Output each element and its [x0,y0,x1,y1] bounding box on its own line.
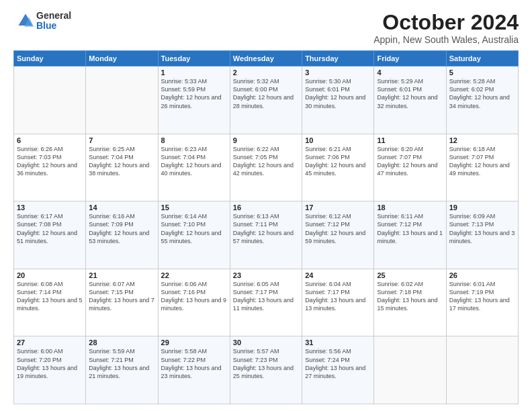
day-number: 17 [305,203,371,212]
day-info: Sunrise: 5:57 AM Sunset: 7:23 PM Dayligh… [233,347,299,380]
day-number: 24 [305,271,371,279]
logo-text: General Blue [36,11,71,32]
day-info: Sunrise: 5:28 AM Sunset: 6:02 PM Dayligh… [449,77,515,110]
calendar-cell: 15Sunrise: 6:14 AM Sunset: 7:10 PM Dayli… [158,201,230,269]
day-number: 15 [161,203,227,212]
col-wednesday: Wednesday [230,51,302,66]
day-number: 7 [89,136,154,144]
day-number: 1 [161,68,227,77]
calendar-cell: 10Sunrise: 6:21 AM Sunset: 7:06 PM Dayli… [302,134,374,201]
day-info: Sunrise: 6:23 AM Sunset: 7:04 PM Dayligh… [161,145,227,178]
day-info: Sunrise: 6:25 AM Sunset: 7:04 PM Dayligh… [89,145,154,178]
calendar-cell: 12Sunrise: 6:18 AM Sunset: 7:07 PM Dayli… [446,134,518,201]
calendar-cell: 16Sunrise: 6:13 AM Sunset: 7:11 PM Dayli… [230,201,302,269]
day-number: 13 [17,203,83,212]
calendar-week-5: 27Sunrise: 6:00 AM Sunset: 7:20 PM Dayli… [14,336,519,404]
day-info: Sunrise: 6:16 AM Sunset: 7:09 PM Dayligh… [89,212,154,245]
header: General Blue October 2024 Appin, New Sou… [13,11,519,45]
calendar-week-4: 20Sunrise: 6:08 AM Sunset: 7:14 PM Dayli… [14,269,519,336]
day-info: Sunrise: 5:29 AM Sunset: 6:01 PM Dayligh… [377,77,443,110]
day-number: 31 [305,338,371,347]
day-number: 6 [17,136,83,144]
calendar-cell [14,66,86,134]
day-number: 12 [449,136,515,144]
col-tuesday: Tuesday [158,51,230,66]
day-info: Sunrise: 6:05 AM Sunset: 7:17 PM Dayligh… [233,280,299,313]
day-number: 8 [161,136,227,144]
title-block: October 2024 Appin, New South Wales, Aus… [373,11,519,45]
day-number: 11 [377,136,443,144]
day-info: Sunrise: 6:14 AM Sunset: 7:10 PM Dayligh… [161,212,227,245]
location: Appin, New South Wales, Australia [373,34,519,45]
calendar-cell: 13Sunrise: 6:17 AM Sunset: 7:08 PM Dayli… [14,201,86,269]
day-info: Sunrise: 5:59 AM Sunset: 7:21 PM Dayligh… [89,347,154,380]
day-number: 27 [17,338,83,347]
calendar-cell: 6Sunrise: 6:26 AM Sunset: 7:03 PM Daylig… [14,134,86,201]
day-info: Sunrise: 6:06 AM Sunset: 7:16 PM Dayligh… [161,280,227,313]
day-number: 5 [449,68,515,77]
calendar-cell: 17Sunrise: 6:12 AM Sunset: 7:12 PM Dayli… [302,201,374,269]
day-info: Sunrise: 5:58 AM Sunset: 7:22 PM Dayligh… [161,347,227,380]
day-info: Sunrise: 6:20 AM Sunset: 7:07 PM Dayligh… [377,145,443,178]
month-title: October 2024 [373,11,519,34]
logo-blue-label: Blue [36,21,71,31]
calendar-week-2: 6Sunrise: 6:26 AM Sunset: 7:03 PM Daylig… [14,134,519,201]
col-monday: Monday [86,51,158,66]
day-number: 20 [17,271,83,279]
calendar-cell: 2Sunrise: 5:32 AM Sunset: 6:00 PM Daylig… [230,66,302,134]
day-info: Sunrise: 5:30 AM Sunset: 6:01 PM Dayligh… [305,77,371,110]
day-info: Sunrise: 5:33 AM Sunset: 5:59 PM Dayligh… [161,77,227,110]
day-info: Sunrise: 5:32 AM Sunset: 6:00 PM Dayligh… [233,77,299,110]
day-info: Sunrise: 6:17 AM Sunset: 7:08 PM Dayligh… [17,212,83,245]
day-info: Sunrise: 6:22 AM Sunset: 7:05 PM Dayligh… [233,145,299,178]
calendar-cell: 18Sunrise: 6:11 AM Sunset: 7:12 PM Dayli… [374,201,446,269]
calendar-cell: 5Sunrise: 5:28 AM Sunset: 6:02 PM Daylig… [446,66,518,134]
calendar-cell [86,66,158,134]
calendar-cell: 21Sunrise: 6:07 AM Sunset: 7:15 PM Dayli… [86,269,158,336]
col-thursday: Thursday [302,51,374,66]
col-sunday: Sunday [14,51,86,66]
calendar-cell: 4Sunrise: 5:29 AM Sunset: 6:01 PM Daylig… [374,66,446,134]
calendar-cell [374,336,446,404]
day-number: 23 [233,271,299,279]
day-info: Sunrise: 6:09 AM Sunset: 7:13 PM Dayligh… [449,212,515,245]
day-info: Sunrise: 6:18 AM Sunset: 7:07 PM Dayligh… [449,145,515,178]
col-friday: Friday [374,51,446,66]
day-info: Sunrise: 6:00 AM Sunset: 7:20 PM Dayligh… [17,347,83,380]
calendar-cell: 28Sunrise: 5:59 AM Sunset: 7:21 PM Dayli… [86,336,158,404]
day-number: 10 [305,136,371,144]
calendar-cell: 31Sunrise: 5:56 AM Sunset: 7:24 PM Dayli… [302,336,374,404]
day-number: 30 [233,338,299,347]
calendar-week-3: 13Sunrise: 6:17 AM Sunset: 7:08 PM Dayli… [14,201,519,269]
calendar-cell: 25Sunrise: 6:02 AM Sunset: 7:18 PM Dayli… [374,269,446,336]
calendar-cell: 23Sunrise: 6:05 AM Sunset: 7:17 PM Dayli… [230,269,302,336]
calendar-cell: 26Sunrise: 6:01 AM Sunset: 7:19 PM Dayli… [446,269,518,336]
day-number: 26 [449,271,515,279]
calendar-week-1: 1Sunrise: 5:33 AM Sunset: 5:59 PM Daylig… [14,66,519,134]
day-number: 16 [233,203,299,212]
calendar-cell: 22Sunrise: 6:06 AM Sunset: 7:16 PM Dayli… [158,269,230,336]
calendar-cell: 1Sunrise: 5:33 AM Sunset: 5:59 PM Daylig… [158,66,230,134]
calendar-cell: 29Sunrise: 5:58 AM Sunset: 7:22 PM Dayli… [158,336,230,404]
calendar-cell: 11Sunrise: 6:20 AM Sunset: 7:07 PM Dayli… [374,134,446,201]
day-number: 19 [449,203,515,212]
day-info: Sunrise: 6:21 AM Sunset: 7:06 PM Dayligh… [305,145,371,178]
calendar-cell: 8Sunrise: 6:23 AM Sunset: 7:04 PM Daylig… [158,134,230,201]
calendar-cell: 20Sunrise: 6:08 AM Sunset: 7:14 PM Dayli… [14,269,86,336]
day-number: 2 [233,68,299,77]
day-number: 29 [161,338,227,347]
calendar-cell [446,336,518,404]
day-number: 14 [89,203,154,212]
day-info: Sunrise: 5:56 AM Sunset: 7:24 PM Dayligh… [305,347,371,380]
calendar-cell: 30Sunrise: 5:57 AM Sunset: 7:23 PM Dayli… [230,336,302,404]
day-number: 28 [89,338,154,347]
day-info: Sunrise: 6:02 AM Sunset: 7:18 PM Dayligh… [377,280,443,313]
day-number: 21 [89,271,154,279]
calendar-cell: 7Sunrise: 6:25 AM Sunset: 7:04 PM Daylig… [86,134,158,201]
col-saturday: Saturday [446,51,518,66]
day-info: Sunrise: 6:26 AM Sunset: 7:03 PM Dayligh… [17,145,83,178]
logo-icon [16,11,35,30]
logo: General Blue [13,11,71,32]
calendar-cell: 27Sunrise: 6:00 AM Sunset: 7:20 PM Dayli… [14,336,86,404]
calendar-cell: 9Sunrise: 6:22 AM Sunset: 7:05 PM Daylig… [230,134,302,201]
